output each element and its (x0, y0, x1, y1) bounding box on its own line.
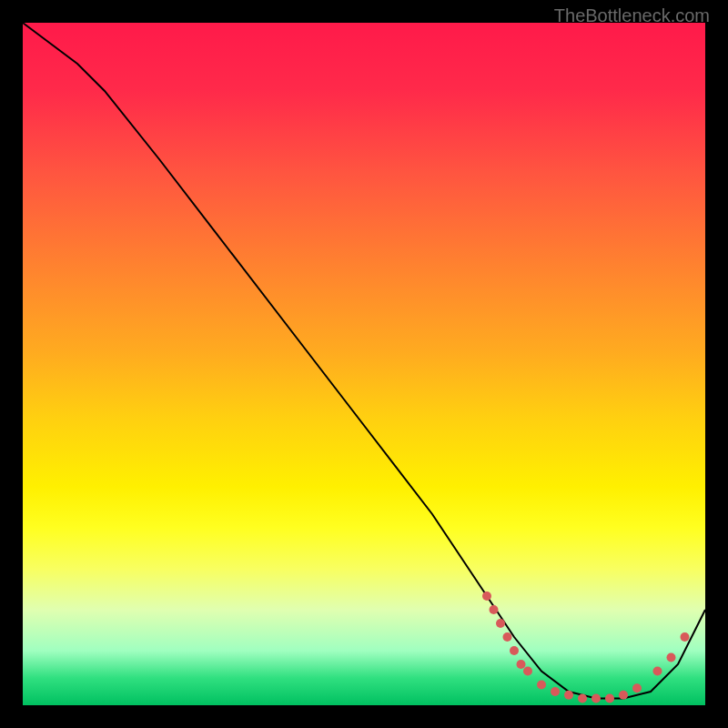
chart-plot-area (23, 23, 705, 705)
attribution-text: TheBottleneck.com (554, 5, 710, 26)
chart-svg (23, 23, 705, 705)
data-dot (490, 605, 499, 614)
data-dot (667, 653, 676, 662)
data-dot (523, 667, 532, 676)
data-dot (605, 694, 614, 703)
data-dot (592, 694, 601, 703)
data-dot (517, 660, 526, 669)
bottleneck-curve (23, 23, 705, 699)
data-dot (551, 687, 560, 696)
data-dot (632, 683, 642, 693)
data-dot (564, 691, 573, 700)
data-dot (503, 632, 512, 642)
data-dot (619, 691, 628, 700)
data-dot (653, 667, 662, 676)
data-dot (496, 619, 505, 628)
data-dot (578, 694, 587, 703)
data-dot (681, 632, 690, 642)
data-dot (537, 681, 546, 690)
data-dot (510, 646, 519, 655)
data-dot (482, 592, 491, 601)
data-dots-group (482, 592, 690, 703)
